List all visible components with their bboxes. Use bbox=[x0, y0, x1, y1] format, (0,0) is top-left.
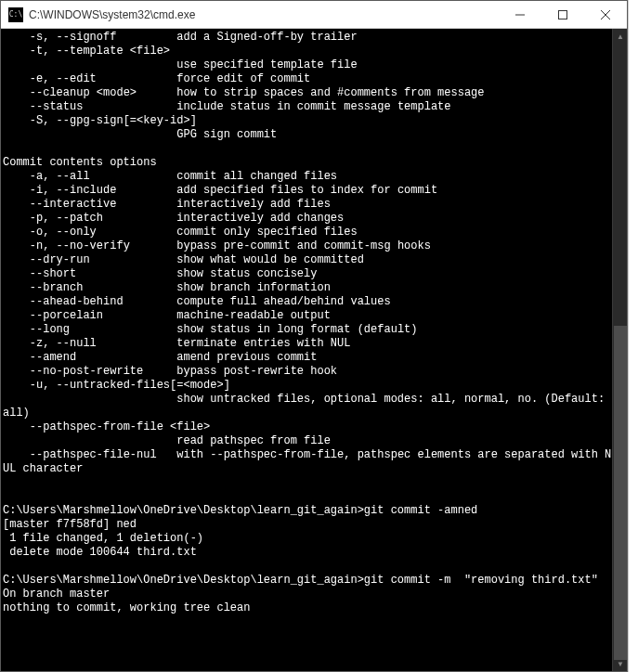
app-icon: C:\ bbox=[8, 7, 23, 22]
terminal-output[interactable]: -s, --signoff add a Signed-off-by traile… bbox=[1, 29, 612, 671]
window-title: C:\WINDOWS\system32\cmd.exe bbox=[29, 8, 499, 21]
adjacent-window-edge bbox=[628, 0, 638, 672]
cmd-window: C:\ C:\WINDOWS\system32\cmd.exe -s, --si… bbox=[0, 0, 628, 672]
titlebar[interactable]: C:\ C:\WINDOWS\system32\cmd.exe bbox=[1, 1, 627, 29]
scroll-up-arrow[interactable]: ▲ bbox=[613, 29, 627, 44]
scrollbar[interactable]: ▲ ▼ bbox=[612, 29, 627, 671]
window-controls bbox=[499, 1, 627, 28]
scroll-thumb[interactable] bbox=[614, 326, 627, 660]
terminal-area: -s, --signoff add a Signed-off-by traile… bbox=[1, 29, 627, 671]
minimize-button[interactable] bbox=[499, 1, 541, 28]
scroll-down-arrow[interactable]: ▼ bbox=[613, 656, 627, 671]
close-button[interactable] bbox=[584, 1, 627, 28]
svg-rect-1 bbox=[559, 10, 567, 19]
maximize-button[interactable] bbox=[541, 1, 584, 28]
